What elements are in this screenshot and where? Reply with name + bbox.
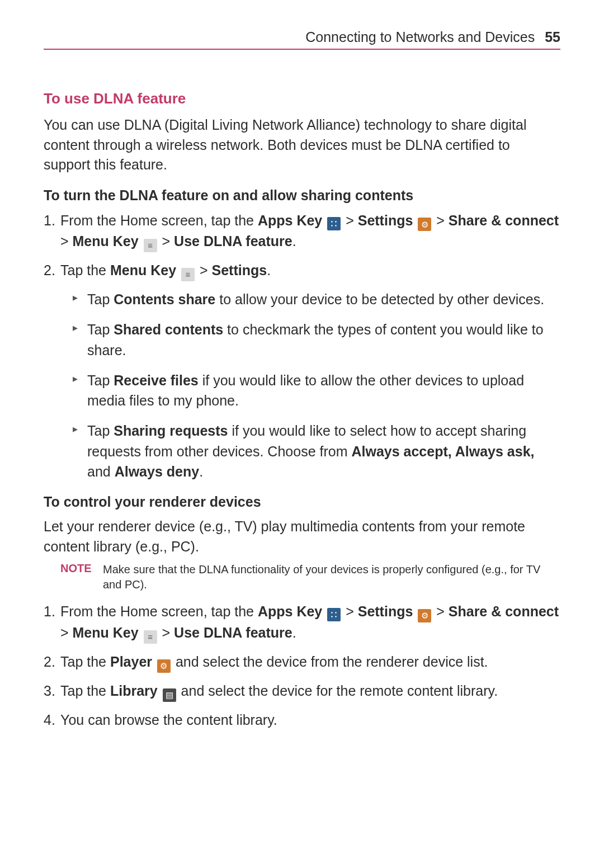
gear-icon: ⚙ bbox=[418, 218, 431, 231]
steps-list-1: From the Home screen, tap the Apps Key >… bbox=[44, 210, 560, 482]
section-title: Connecting to Networks and Devices bbox=[305, 29, 535, 45]
heading-dlna: To use DLNA feature bbox=[44, 90, 560, 107]
page-number: 55 bbox=[545, 29, 560, 45]
apps-key-icon bbox=[327, 217, 341, 230]
note-text: Make sure that the DLNA functionality of… bbox=[103, 562, 560, 592]
bullet-sharing-requests: Tap Sharing requests if you would like t… bbox=[73, 421, 560, 482]
menu-key-icon: ≡ bbox=[181, 268, 195, 281]
menu-key-icon: ≡ bbox=[144, 630, 157, 644]
note-block: NOTE Make sure that the DLNA functionali… bbox=[60, 562, 560, 592]
step-1: From the Home screen, tap the Apps Key >… bbox=[44, 210, 560, 253]
sub-bullets: Tap Contents share to allow your device … bbox=[73, 289, 560, 482]
note-label: NOTE bbox=[60, 562, 103, 592]
step-2: Tap the Menu Key ≡ > Settings. Tap Conte… bbox=[44, 260, 560, 482]
intro-text: You can use DLNA (Digital Living Network… bbox=[44, 115, 560, 175]
bullet-shared-contents: Tap Shared contents to checkmark the typ… bbox=[73, 319, 560, 360]
steps-list-2: From the Home screen, tap the Apps Key >… bbox=[44, 601, 560, 730]
r-step-2: Tap the Player ⚙ and select the device f… bbox=[44, 652, 560, 673]
renderer-intro: Let your renderer device (e.g., TV) play… bbox=[44, 517, 560, 556]
subhead-turn-on: To turn the DLNA feature on and allow sh… bbox=[44, 187, 560, 204]
apps-key-icon bbox=[327, 608, 341, 621]
gear-icon: ⚙ bbox=[418, 609, 431, 622]
bullet-contents-share: Tap Contents share to allow your device … bbox=[73, 289, 560, 309]
r-step-3: Tap the Library ▤ and select the device … bbox=[44, 681, 560, 702]
r-step-4: You can browse the content library. bbox=[44, 710, 560, 730]
subhead-renderer: To control your renderer devices bbox=[44, 494, 560, 510]
menu-key-icon: ≡ bbox=[144, 239, 157, 252]
bullet-receive-files: Tap Receive files if you would like to a… bbox=[73, 370, 560, 411]
library-icon: ▤ bbox=[163, 688, 176, 702]
manual-page: Connecting to Networks and Devices 55 To… bbox=[0, 0, 604, 730]
r-step-1: From the Home screen, tap the Apps Key >… bbox=[44, 601, 560, 644]
player-icon: ⚙ bbox=[157, 659, 171, 673]
page-header: Connecting to Networks and Devices 55 bbox=[44, 29, 560, 50]
